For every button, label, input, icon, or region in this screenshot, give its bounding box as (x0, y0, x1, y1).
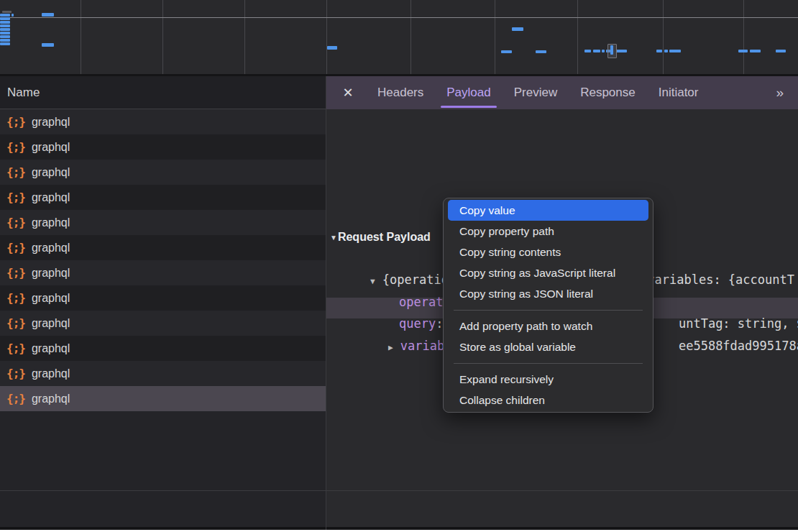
request-timing-bar (750, 50, 761, 52)
menu-item-copy-property-path[interactable]: Copy property path (448, 221, 648, 242)
request-name: graphql (32, 191, 70, 204)
request-timing-bar (0, 32, 10, 35)
tab-payload[interactable]: Payload (446, 76, 490, 109)
tab-headers[interactable]: Headers (377, 76, 423, 109)
menu-item-expand-recursively[interactable]: Expand recursively (448, 369, 648, 390)
overview-gray-bar (2, 11, 12, 13)
request-row[interactable]: {;}graphql (0, 260, 326, 285)
menu-item-copy-value[interactable]: Copy value (448, 200, 648, 221)
menu-item-copy-string-as-json-literal[interactable]: Copy string as JSON literal (448, 283, 648, 304)
overview-grid-line (244, 0, 245, 74)
request-timing-bar (0, 39, 10, 42)
request-row[interactable]: {;}graphql (0, 109, 326, 134)
request-timing-bar (42, 13, 54, 17)
request-row[interactable]: {;}graphql (0, 160, 326, 185)
request-timing-bar (512, 27, 523, 31)
request-timing-bar (584, 50, 591, 52)
request-name: graphql (32, 292, 70, 305)
request-timing-bar (593, 50, 600, 52)
tab-initiator[interactable]: Initiator (659, 76, 699, 109)
request-timing-bar (0, 24, 10, 27)
property-value-variables-right: ee5588fdad995178a0 (649, 322, 798, 338)
request-name: graphql (32, 216, 70, 229)
json-braces-icon: {;} (0, 140, 32, 154)
request-row[interactable]: {;}graphql (0, 210, 326, 235)
request-timing-bar (602, 50, 605, 52)
request-timing-bar (738, 50, 748, 52)
request-row[interactable]: {;}graphql (0, 185, 326, 210)
request-timing-bar (0, 17, 10, 20)
request-row[interactable]: {;}graphql (0, 134, 326, 160)
footer-divider (0, 490, 798, 491)
json-braces-icon: {;} (0, 241, 32, 254)
json-braces-icon: {;} (0, 392, 32, 405)
menu-item-copy-string-contents[interactable]: Copy string contents (448, 242, 648, 262)
request-timing-bar (656, 50, 662, 52)
request-timing-bar (501, 50, 512, 53)
request-name: graphql (32, 367, 70, 380)
overview-grid-line (663, 0, 664, 74)
menu-item-add-property-path-to-watch[interactable]: Add property path to watch (448, 316, 648, 336)
request-name: graphql (32, 267, 70, 280)
json-braces-icon: {;} (0, 291, 32, 305)
menu-separator (454, 310, 643, 311)
request-timing-bar (776, 50, 786, 52)
json-braces-icon: {;} (0, 165, 32, 179)
request-timing-bar (536, 50, 546, 53)
request-list: {;}graphql{;}graphql{;}graphql{;}graphql… (0, 109, 326, 530)
tab-preview[interactable]: Preview (514, 76, 557, 109)
name-column-label: Name (0, 86, 40, 100)
request-timing-bar (12, 14, 14, 17)
request-row[interactable]: {;}graphql (0, 336, 326, 361)
request-row[interactable]: {;}graphql (0, 235, 326, 260)
overview-grid-line (162, 0, 163, 74)
request-name: graphql (32, 317, 70, 330)
expand-triangle-icon[interactable]: ▶ (388, 343, 393, 352)
tab-response[interactable]: Response (580, 76, 636, 109)
json-braces-icon: {;} (0, 367, 32, 380)
json-braces-icon: {;} (0, 266, 32, 280)
request-name: graphql (32, 393, 70, 405)
overview-grid-line (81, 0, 81, 74)
panel-divider[interactable] (326, 76, 326, 530)
request-timing-bar (0, 42, 10, 45)
selected-request-bar (610, 45, 613, 55)
request-name: graphql (32, 166, 70, 179)
request-name: graphql (32, 141, 70, 154)
menu-item-collapse-children[interactable]: Collapse children (448, 390, 648, 411)
selected-tab-underline (441, 106, 496, 108)
request-timing-bar (0, 28, 10, 31)
request-row[interactable]: {;}graphql (0, 361, 326, 386)
request-timing-bar (616, 50, 627, 52)
request-row[interactable]: {;}graphql (0, 285, 326, 311)
request-name: graphql (32, 242, 70, 254)
request-timing-bar (669, 50, 681, 52)
section-collapse-icon[interactable]: ▼ (330, 234, 337, 242)
request-timing-bar (0, 21, 10, 24)
overview-divider-line (0, 17, 798, 18)
request-row[interactable]: {;}graphql (0, 386, 326, 411)
overview-grid-line (743, 0, 744, 74)
overview-grid-line (495, 0, 495, 74)
overview-grid-line (411, 0, 411, 74)
request-name: graphql (32, 116, 70, 129)
json-braces-icon: {;} (0, 115, 32, 129)
menu-separator (454, 363, 643, 364)
network-overview-timeline[interactable] (0, 0, 798, 74)
menu-item-copy-string-as-javascript-literal[interactable]: Copy string as JavaScript literal (448, 262, 648, 283)
more-tabs-icon[interactable]: » (776, 85, 798, 101)
request-timing-bar (0, 14, 10, 17)
request-timing-bar (664, 50, 668, 52)
overview-grid-line (577, 0, 578, 74)
request-row[interactable]: {;}graphql (0, 311, 326, 336)
menu-item-store-as-global-variable[interactable]: Store as global variable (448, 336, 648, 357)
json-braces-icon: {;} (0, 316, 32, 330)
context-menu: Copy valueCopy property pathCopy string … (443, 198, 653, 413)
overview-grid-line (326, 0, 327, 74)
json-braces-icon: {;} (0, 341, 32, 355)
request-timing-bar (0, 35, 10, 38)
section-title: Request Payload (338, 231, 431, 244)
close-icon[interactable]: ✕ (337, 85, 359, 101)
tab-strip: ✕ HeadersPayloadPreviewResponseInitiator… (326, 76, 798, 109)
name-column-header[interactable]: Name (0, 76, 326, 109)
